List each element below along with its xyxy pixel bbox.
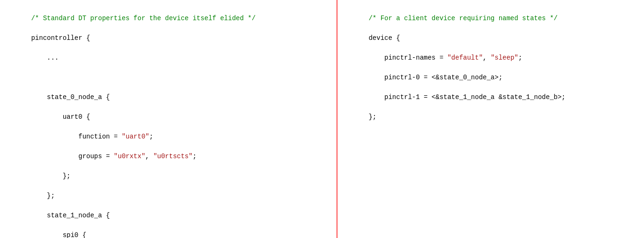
left-line-5: state_0_node_a { bbox=[31, 93, 110, 101]
right-line-2: device { bbox=[368, 34, 400, 42]
main-container: /* Standard DT properties for the device… bbox=[0, 0, 644, 238]
right-line-6: }; bbox=[368, 113, 376, 121]
right-code-pane: /* For a client device requiring named s… bbox=[337, 0, 644, 238]
left-comment: /* Standard DT properties for the device… bbox=[31, 15, 255, 22]
left-line-12: spi0 { bbox=[31, 231, 86, 238]
right-string-2: "sleep" bbox=[491, 54, 518, 61]
right-comment: /* For a client device requiring named s… bbox=[368, 15, 557, 22]
right-line-3: pinctrl-names = "default", "sleep"; bbox=[368, 54, 522, 61]
left-line-7: function = "uart0"; bbox=[31, 133, 153, 140]
left-string-2: "u0rxtx" bbox=[114, 153, 145, 160]
left-line-2: pincontroller { bbox=[31, 34, 90, 42]
right-code-block: /* For a client device requiring named s… bbox=[345, 4, 637, 142]
left-line-8: groups = "u0rxtx", "u0rtscts"; bbox=[31, 153, 196, 160]
right-line-4: pinctrl-0 = <&state_0_node_a>; bbox=[368, 74, 502, 81]
right-line-5: pinctrl-1 = <&state_1_node_a &state_1_no… bbox=[368, 93, 565, 101]
left-string-3: "u0rtscts" bbox=[153, 153, 193, 160]
left-line-6: uart0 { bbox=[31, 113, 90, 121]
left-string-1: "uart0" bbox=[122, 133, 150, 140]
left-code-block: /* Standard DT properties for the device… bbox=[7, 4, 329, 238]
left-line-3: ... bbox=[31, 54, 59, 61]
left-line-9: }; bbox=[31, 172, 70, 180]
left-code-pane: /* Standard DT properties for the device… bbox=[0, 0, 337, 238]
left-line-10: }; bbox=[31, 192, 54, 200]
right-string-1: "default" bbox=[447, 54, 483, 61]
left-line-11: state_1_node_a { bbox=[31, 212, 110, 219]
